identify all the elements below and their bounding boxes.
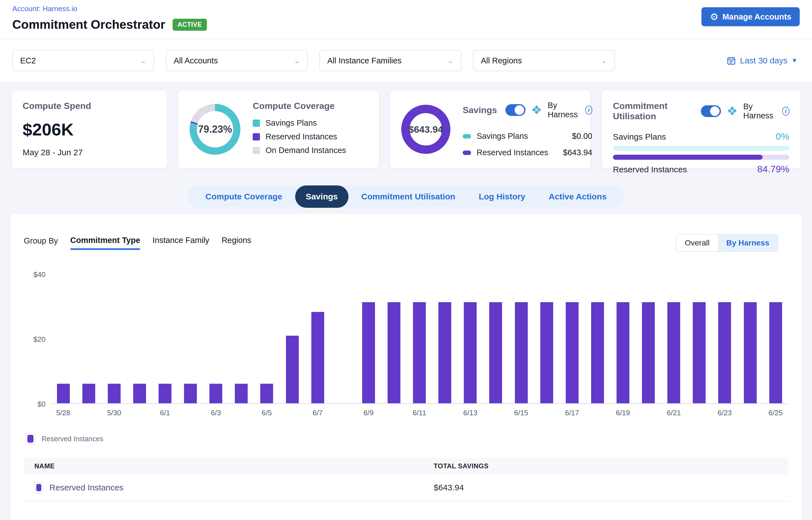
compute-coverage-percent: 79.23% (197, 111, 233, 148)
bar-6/23[interactable] (718, 302, 731, 403)
compute-coverage-title: Compute Coverage (253, 101, 346, 111)
x-tick-5/31 (127, 409, 152, 417)
x-tick-6/8 (330, 409, 356, 417)
bar-6/13[interactable] (464, 302, 477, 403)
instance-families-select[interactable]: All Instance Families ⌄ (319, 50, 461, 71)
x-tick-6/20 (636, 409, 661, 417)
tab-compute-coverage[interactable]: Compute Coverage (195, 185, 293, 208)
util-reserved-instances-percent: 84.79% (757, 164, 789, 175)
bar-6/3[interactable] (209, 384, 222, 403)
x-tick-6/13: 6/13 (458, 409, 483, 417)
x-tick-6/7: 6/7 (305, 409, 330, 417)
bar-6/10[interactable] (388, 302, 400, 403)
tab-commitment-utilisation[interactable]: Commitment Utilisation (351, 185, 466, 208)
reserved-instances-swatch (463, 151, 471, 155)
bar-6/24[interactable] (744, 302, 757, 403)
manage-accounts-label: Manage Accounts (723, 12, 791, 22)
chart-y-axis: $40 $20 $0 (24, 275, 51, 404)
bar-6/5[interactable] (260, 384, 273, 403)
filter-bar: EC2 ⌄ All Accounts ⌄ All Instance Famili… (0, 39, 812, 83)
tab-active-actions[interactable]: Active Actions (538, 185, 617, 208)
util-savings-plans-percent: 0% (776, 131, 789, 142)
reserved-instances-swatch (253, 133, 260, 140)
info-icon[interactable]: i (585, 106, 592, 114)
chart-x-axis: 5/285/306/16/36/56/76/96/116/136/156/176… (51, 409, 788, 417)
util-savings-plans-label: Savings Plans (613, 132, 666, 141)
bar-6/16[interactable] (540, 302, 553, 403)
bar-6/7[interactable] (311, 312, 324, 403)
savings-panel: Group By Commitment Type Instance Family… (10, 214, 802, 520)
regions-select[interactable]: All Regions ⌄ (473, 50, 615, 71)
bar-6/21[interactable] (667, 302, 680, 403)
savings-row: Reserved Instances $643.94 (463, 148, 592, 157)
bar-6/20[interactable] (642, 302, 655, 403)
group-tab-regions[interactable]: Regions (221, 236, 251, 250)
bar-6/1[interactable] (159, 384, 172, 403)
x-tick-6/15: 6/15 (508, 409, 534, 417)
bar-5/29[interactable] (82, 384, 95, 403)
x-tick-6/9: 6/9 (356, 409, 381, 417)
x-tick-5/30: 5/30 (101, 409, 127, 417)
view-segment-by-harness[interactable]: By Harness (718, 235, 778, 251)
bar-6/11[interactable] (413, 302, 426, 403)
bar-6/17[interactable] (566, 302, 579, 403)
compute-coverage-donut: 79.23% (190, 104, 240, 155)
group-tab-commitment-type[interactable]: Commitment Type (70, 236, 140, 250)
harness-logo-icon: ❖ (531, 104, 542, 116)
x-tick-6/3: 6/3 (203, 409, 229, 417)
regions-select-value: All Regions (481, 56, 522, 66)
x-tick-6/18 (585, 409, 610, 417)
legend-label: Reserved Instances (266, 132, 337, 141)
savings-row-label: Savings Plans (477, 132, 528, 141)
table-header-name: NAME (24, 462, 434, 470)
reserved-instances-legend-checkbox[interactable] (25, 433, 35, 445)
commitment-utilisation-title: Commitment Utilisation (613, 101, 692, 122)
info-icon[interactable]: i (782, 107, 789, 115)
bar-6/9[interactable] (362, 302, 375, 403)
bar-6/25[interactable] (769, 302, 782, 403)
bar-6/18[interactable] (591, 302, 604, 403)
chart-plot-area (51, 275, 788, 404)
service-select[interactable]: EC2 ⌄ (12, 50, 154, 71)
bar-6/6[interactable] (286, 336, 299, 403)
commitment-utilisation-card: Commitment Utilisation ❖ By Harness i Sa… (601, 90, 801, 169)
manage-accounts-button[interactable]: ⚙ Manage Accounts (701, 7, 800, 26)
account-breadcrumb-link[interactable]: Account: Harness.io (12, 4, 77, 13)
x-tick-6/12 (432, 409, 458, 417)
y-tick-0: $0 (37, 400, 46, 409)
bar-6/2[interactable] (184, 384, 197, 403)
savings-by-harness-toggle[interactable] (505, 104, 525, 116)
bar-6/15[interactable] (515, 302, 528, 403)
chevron-down-icon: ⌄ (294, 56, 300, 65)
group-tab-instance-family[interactable]: Instance Family (153, 236, 209, 250)
bar-5/31[interactable] (133, 384, 146, 403)
x-tick-6/19: 6/19 (610, 409, 635, 417)
savings-title: Savings (463, 105, 497, 115)
bar-6/19[interactable] (617, 302, 629, 403)
date-range-picker[interactable]: Last 30 days ▼ (727, 56, 797, 66)
table-row[interactable]: Reserved Instances $643.94 (24, 474, 788, 501)
reserved-instances-progressbar (613, 155, 789, 160)
view-segment-overall[interactable]: Overall (676, 235, 718, 251)
bar-5/30[interactable] (108, 384, 121, 403)
x-tick-6/17: 6/17 (559, 409, 585, 417)
accounts-select-value: All Accounts (174, 56, 218, 66)
savings-table: NAME TOTAL SAVINGS Reserved Instances $6… (24, 458, 788, 501)
date-range-value: Last 30 days (740, 56, 787, 66)
tab-savings[interactable]: Savings (295, 185, 348, 208)
legend-item: On Demand Instances (253, 146, 346, 155)
accounts-select[interactable]: All Accounts ⌄ (166, 50, 308, 71)
chart-legend-label: Reserved Instances (42, 435, 103, 443)
bar-6/12[interactable] (438, 302, 451, 403)
bar-6/14[interactable] (489, 302, 502, 403)
savings-row-label: Reserved Instances (477, 148, 548, 157)
bar-6/4[interactable] (235, 384, 248, 403)
bar-6/22[interactable] (693, 302, 706, 403)
instance-families-select-value: All Instance Families (327, 56, 401, 66)
utilisation-by-harness-toggle[interactable] (701, 105, 721, 117)
table-cell-name: Reserved Instances (49, 483, 124, 492)
bar-5/28[interactable] (57, 384, 70, 403)
savings-plans-swatch (253, 120, 260, 127)
status-badge: ACTIVE (173, 19, 207, 31)
tab-log-history[interactable]: Log History (468, 185, 536, 208)
